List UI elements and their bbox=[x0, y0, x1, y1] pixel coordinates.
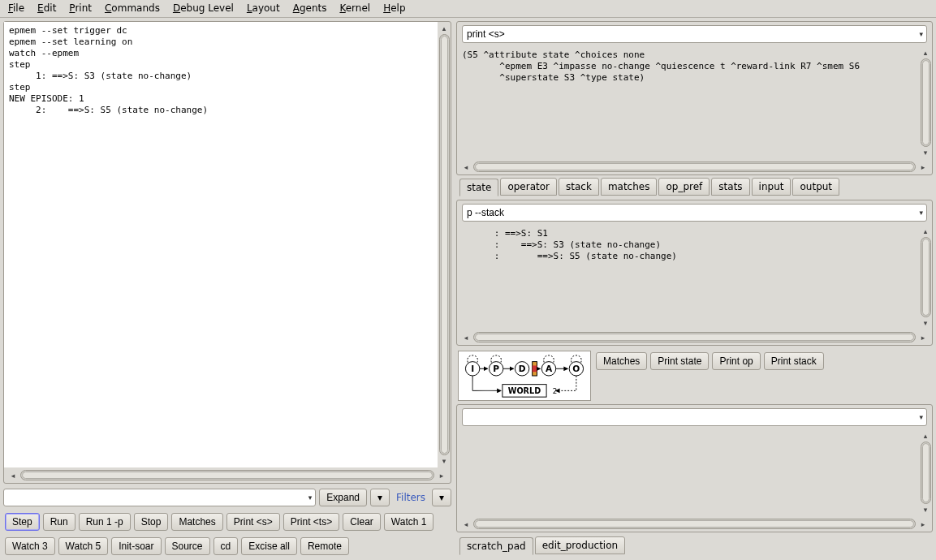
tab-stats[interactable]: stats bbox=[711, 178, 749, 196]
bottom-right-output bbox=[457, 429, 919, 516]
print-ts-button[interactable]: Print <ts> bbox=[283, 513, 339, 531]
command-buttons-row1: Step Run Run 1 -p Stop Matches Print <s>… bbox=[3, 510, 451, 534]
top-right-hscroll[interactable] bbox=[473, 162, 916, 172]
top-right-pane: ▾ (S5 ^attribute state ^choices none ^ep… bbox=[456, 21, 933, 175]
menu-kernel[interactable]: Kernel bbox=[339, 2, 370, 14]
bottom-right-vscroll[interactable]: ▴ ▾ bbox=[919, 429, 932, 516]
print-stack-button[interactable]: Print stack bbox=[764, 352, 824, 370]
left-output-pane: epmem --set trigger dc epmem --set learn… bbox=[3, 21, 451, 484]
excise-all-button[interactable]: Excise all bbox=[241, 537, 297, 555]
bottom-tabbar: scratch_pad edit_production bbox=[456, 536, 933, 558]
init-soar-button[interactable]: Init-soar bbox=[111, 537, 161, 555]
menu-debug-level[interactable]: Debug Level bbox=[173, 2, 234, 14]
bottom-right-hscroll[interactable] bbox=[473, 519, 916, 529]
menu-agents[interactable]: Agents bbox=[293, 2, 327, 14]
scroll-up-icon[interactable]: ▴ bbox=[920, 227, 931, 235]
tab-input[interactable]: input bbox=[752, 178, 792, 196]
right-tabbar: state operator stack matches op_pref sta… bbox=[456, 179, 933, 196]
matches-button[interactable]: Matches bbox=[171, 513, 222, 531]
svg-text:P: P bbox=[493, 364, 499, 374]
scroll-left-icon[interactable]: ◂ bbox=[460, 520, 472, 528]
watch1-button[interactable]: Watch 1 bbox=[384, 513, 434, 531]
scroll-down-icon[interactable]: ▾ bbox=[920, 319, 931, 327]
filters-link[interactable]: Filters bbox=[393, 492, 429, 503]
top-right-combo[interactable] bbox=[462, 25, 927, 43]
clear-button[interactable]: Clear bbox=[343, 513, 381, 531]
scroll-right-icon[interactable]: ▸ bbox=[436, 472, 447, 480]
left-output-text: epmem --set trigger dc epmem --set learn… bbox=[4, 22, 438, 467]
scroll-up-icon[interactable]: ▴ bbox=[920, 432, 931, 440]
top-right-output: (S5 ^attribute state ^choices none ^epme… bbox=[457, 46, 919, 159]
print-op-button[interactable]: Print op bbox=[712, 352, 760, 370]
remote-button[interactable]: Remote bbox=[300, 537, 349, 555]
scroll-left-icon[interactable]: ◂ bbox=[460, 334, 472, 342]
menu-edit[interactable]: Edit bbox=[37, 2, 56, 14]
tab-state[interactable]: state bbox=[459, 179, 498, 196]
cd-button[interactable]: cd bbox=[214, 537, 239, 555]
scroll-up-icon[interactable]: ▴ bbox=[920, 49, 931, 57]
svg-rect-7 bbox=[533, 365, 537, 372]
diagram-world-label: WORLD bbox=[508, 386, 541, 395]
scroll-up-icon[interactable]: ▴ bbox=[438, 24, 450, 32]
mid-right-combo[interactable] bbox=[462, 204, 927, 222]
mid-right-hscroll[interactable] bbox=[473, 332, 916, 342]
svg-text:A: A bbox=[546, 364, 553, 374]
source-button[interactable]: Source bbox=[165, 537, 210, 555]
bottom-right-pane: ▾ ▴ ▾ ◂ ▸ bbox=[456, 404, 933, 532]
filters-dropdown-button[interactable]: ▾ bbox=[432, 489, 451, 506]
scroll-right-icon[interactable]: ▸ bbox=[917, 163, 929, 171]
scroll-right-icon[interactable]: ▸ bbox=[917, 334, 929, 342]
print-s-button[interactable]: Print <s> bbox=[226, 513, 280, 531]
decision-cycle-diagram: I P D A O bbox=[458, 351, 591, 401]
tab-op-pref[interactable]: op_pref bbox=[658, 178, 710, 196]
top-right-vscroll[interactable]: ▴ ▾ bbox=[919, 46, 932, 159]
bottom-right-combo[interactable] bbox=[462, 408, 927, 426]
scroll-down-icon[interactable]: ▾ bbox=[920, 149, 931, 157]
menu-layout[interactable]: Layout bbox=[247, 2, 280, 14]
left-command-combo[interactable] bbox=[3, 489, 316, 506]
command-buttons-row2: Watch 3 Watch 5 Init-soar Source cd Exci… bbox=[3, 537, 451, 558]
menubar: File Edit Print Commands Debug Level Lay… bbox=[0, 0, 936, 18]
tab-matches[interactable]: matches bbox=[601, 178, 658, 196]
scroll-left-icon[interactable]: ◂ bbox=[7, 472, 19, 480]
matches-button-right[interactable]: Matches bbox=[596, 352, 647, 370]
tab-stack[interactable]: stack bbox=[559, 178, 599, 196]
scroll-right-icon[interactable]: ▸ bbox=[917, 520, 929, 528]
left-output-hscroll[interactable] bbox=[20, 470, 434, 480]
expand-dropdown-button[interactable]: ▾ bbox=[370, 489, 390, 506]
menu-commands[interactable]: Commands bbox=[105, 2, 160, 14]
run-button[interactable]: Run bbox=[43, 513, 75, 531]
stop-button[interactable]: Stop bbox=[134, 513, 169, 531]
menu-file[interactable]: File bbox=[8, 2, 24, 14]
mid-right-pane: ▾ : ==>S: S1 : ==>S: S3 (state no-change… bbox=[456, 200, 933, 346]
svg-text:I: I bbox=[471, 364, 474, 374]
svg-text:O: O bbox=[572, 364, 580, 374]
left-output-vscroll[interactable]: ▴ ▾ bbox=[438, 22, 451, 467]
print-state-button[interactable]: Print state bbox=[650, 352, 709, 370]
watch5-button[interactable]: Watch 5 bbox=[58, 537, 109, 555]
svg-text:D: D bbox=[519, 364, 526, 374]
tab-edit-production[interactable]: edit_production bbox=[535, 536, 625, 554]
menu-print[interactable]: Print bbox=[69, 2, 92, 14]
tab-scratch-pad[interactable]: scratch_pad bbox=[459, 537, 533, 555]
scroll-down-icon[interactable]: ▾ bbox=[920, 506, 931, 514]
step-button[interactable]: Step bbox=[5, 513, 40, 531]
run1p-button[interactable]: Run 1 -p bbox=[79, 513, 131, 531]
tab-output[interactable]: output bbox=[792, 178, 839, 196]
watch3-button[interactable]: Watch 3 bbox=[5, 537, 55, 555]
mid-right-output: : ==>S: S1 : ==>S: S3 (state no-change) … bbox=[457, 225, 919, 330]
scroll-left-icon[interactable]: ◂ bbox=[460, 163, 472, 171]
menu-help[interactable]: Help bbox=[383, 2, 405, 14]
mid-right-vscroll[interactable]: ▴ ▾ bbox=[919, 225, 932, 330]
expand-button[interactable]: Expand bbox=[319, 489, 367, 506]
tab-operator[interactable]: operator bbox=[500, 178, 557, 196]
scroll-down-icon[interactable]: ▾ bbox=[438, 457, 450, 465]
